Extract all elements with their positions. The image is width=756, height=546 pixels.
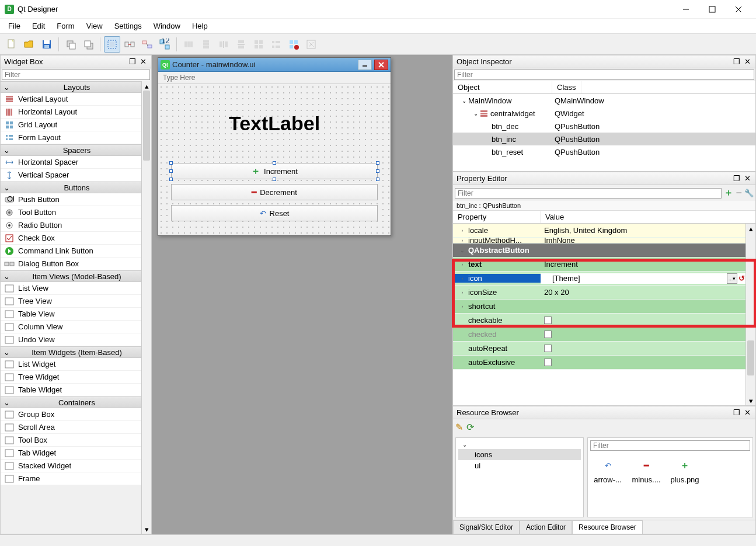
property-expander[interactable]: ⌄: [459, 248, 466, 253]
dock-float-icon[interactable]: ❐: [732, 408, 741, 418]
widget-item[interactable]: Tree View: [1, 295, 141, 308]
property-header-value[interactable]: Value: [541, 211, 569, 223]
chevron-down-icon[interactable]: ⌄: [1, 272, 12, 281]
tree-expander[interactable]: ⌄: [461, 441, 469, 448]
widget-item[interactable]: Column View: [1, 321, 141, 333]
send-back-button[interactable]: [62, 36, 79, 53]
property-row[interactable]: ›localeEnglish, United Kingdom: [453, 224, 745, 238]
widget-item[interactable]: Horizontal Spacer: [1, 156, 141, 169]
widget-item[interactable]: List Widget: [1, 358, 141, 371]
menu-form[interactable]: Form: [51, 19, 80, 33]
tree-expander[interactable]: ⌄: [460, 98, 468, 104]
widget-item[interactable]: OKPush Button: [1, 193, 141, 206]
resource-item[interactable]: ＋plus.png: [670, 458, 700, 484]
property-row[interactable]: autoExclusive: [453, 356, 745, 370]
dock-close-icon[interactable]: ✕: [743, 408, 752, 418]
widget-item[interactable]: Tool Button: [1, 206, 141, 219]
menu-file[interactable]: File: [2, 19, 26, 33]
selection-handle[interactable]: [376, 178, 379, 181]
widget-item[interactable]: Vertical Layout: [1, 93, 141, 106]
layout-vsplit-button[interactable]: [233, 36, 249, 53]
widget-item[interactable]: Check Box: [1, 232, 141, 245]
widget-category[interactable]: ⌄Layouts: [1, 81, 141, 93]
widget-item[interactable]: Table Widget: [1, 384, 141, 397]
widget-box-filter[interactable]: [2, 69, 150, 80]
menu-settings[interactable]: Settings: [109, 19, 148, 33]
save-button[interactable]: [39, 36, 55, 53]
widget-item[interactable]: Radio Button: [1, 219, 141, 232]
object-tree-row[interactable]: btn_resetQPushButton: [453, 145, 755, 158]
menu-help[interactable]: Help: [186, 19, 214, 33]
widget-item[interactable]: Undo View: [1, 333, 141, 346]
break-layout-button[interactable]: [285, 36, 302, 53]
form-menu-hint[interactable]: Type Here: [158, 72, 391, 84]
selection-handle[interactable]: [169, 169, 173, 173]
bottom-tab[interactable]: Resource Browser: [572, 520, 643, 534]
dock-close-icon[interactable]: ✕: [138, 57, 148, 67]
property-scrollbar[interactable]: ▴ ▾: [745, 224, 755, 405]
menu-view[interactable]: View: [81, 19, 109, 33]
widget-category[interactable]: ⌄Containers: [1, 397, 141, 408]
chevron-down-icon[interactable]: ⌄: [1, 348, 12, 357]
property-expander[interactable]: ›: [459, 304, 466, 309]
minimize-button[interactable]: [673, 1, 699, 18]
bottom-tab[interactable]: Signal/Slot Editor: [453, 520, 520, 534]
scrollbar-thumb[interactable]: [143, 91, 150, 161]
property-row[interactable]: checkable: [453, 314, 745, 328]
form-minimize-button[interactable]: [358, 60, 372, 70]
scroll-down-icon[interactable]: ▾: [746, 396, 755, 405]
text-label-widget[interactable]: TextLabel: [165, 89, 384, 158]
object-tree-row[interactable]: btn_decQPushButton: [453, 120, 755, 133]
widget-item[interactable]: Grid Layout: [1, 119, 141, 131]
property-expander[interactable]: ›: [459, 262, 466, 267]
property-row[interactable]: ›shortcut: [453, 300, 745, 314]
widget-item[interactable]: Tool Box: [1, 434, 141, 447]
widget-item[interactable]: Scroll Area: [1, 421, 141, 434]
edit-buddies-button[interactable]: [139, 36, 155, 53]
open-button[interactable]: [21, 36, 37, 53]
checkbox-icon[interactable]: [544, 331, 552, 338]
edit-widgets-button[interactable]: [104, 36, 120, 53]
selection-handle[interactable]: [376, 161, 379, 165]
widget-item[interactable]: Tab Widget: [1, 447, 141, 460]
scroll-up-icon[interactable]: ▴: [142, 81, 151, 91]
scroll-up-icon[interactable]: ▴: [746, 224, 755, 233]
reset-property-icon[interactable]: ↺: [737, 274, 745, 283]
reload-resources-icon[interactable]: ⟳: [466, 422, 474, 433]
bottom-tab[interactable]: Action Editor: [520, 520, 572, 534]
form-close-button[interactable]: [374, 60, 388, 70]
maximize-button[interactable]: [699, 1, 725, 18]
property-filter[interactable]: [455, 188, 722, 199]
widget-item[interactable]: Vertical Spacer: [1, 169, 141, 182]
form-titlebar[interactable]: Qt Counter - mainwindow.ui: [158, 58, 391, 72]
edit-signals-button[interactable]: [121, 36, 138, 53]
widget-item[interactable]: Frame: [1, 472, 141, 485]
bring-front-button[interactable]: [80, 36, 96, 53]
layout-vertical-button[interactable]: [198, 36, 214, 53]
dock-close-icon[interactable]: ✕: [743, 174, 752, 183]
dropdown-button[interactable]: ...▾: [727, 273, 737, 284]
object-tree-row[interactable]: btn_incQPushButton: [453, 133, 755, 145]
widget-item[interactable]: Stacked Widget: [1, 460, 141, 472]
resource-tree-item[interactable]: ⌄: [458, 440, 581, 449]
design-button[interactable]: ＋Increment: [171, 163, 378, 179]
widget-category[interactable]: ⌄Item Widgets (Item-Based): [1, 346, 141, 358]
design-button[interactable]: ━Decrement: [171, 184, 378, 200]
remove-property-icon[interactable]: −: [736, 187, 742, 199]
object-tree-row[interactable]: ⌄MainWindowQMainWindow: [453, 94, 755, 107]
close-button[interactable]: [725, 1, 751, 18]
widget-category[interactable]: ⌄Buttons: [1, 182, 141, 193]
dock-float-icon[interactable]: ❐: [732, 57, 741, 67]
selection-handle[interactable]: [273, 161, 276, 165]
selection-handle[interactable]: [376, 169, 379, 173]
dock-close-icon[interactable]: ✕: [743, 57, 752, 67]
menu-window[interactable]: Window: [148, 19, 186, 33]
widget-box-scrollbar[interactable]: ▴ ▾: [141, 81, 151, 534]
property-row[interactable]: ⌄QAbstractButton: [453, 244, 745, 258]
resource-tree-item[interactable]: ui: [458, 460, 581, 471]
chevron-down-icon[interactable]: ⌄: [1, 83, 12, 92]
property-expander[interactable]: ›: [459, 228, 466, 234]
property-header-name[interactable]: Property: [453, 211, 541, 223]
tree-expander[interactable]: ⌄: [472, 110, 480, 117]
widget-item[interactable]: Group Box: [1, 408, 141, 421]
